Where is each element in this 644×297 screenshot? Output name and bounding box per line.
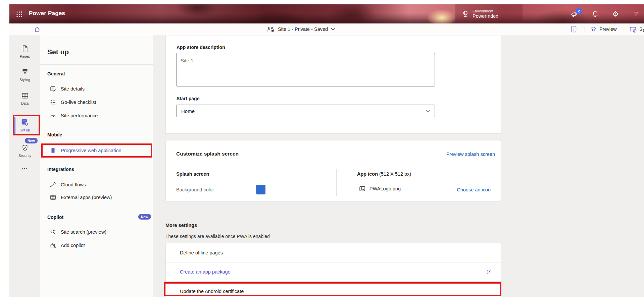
flow-icon bbox=[50, 181, 56, 188]
toolbar-divider bbox=[585, 26, 585, 33]
app-launcher-waffle-icon[interactable] bbox=[14, 9, 24, 19]
rail-label-pages: Pages bbox=[20, 54, 30, 58]
panel-item-site-performance[interactable]: Site performance bbox=[40, 111, 151, 121]
environment-label: Environment bbox=[473, 9, 498, 13]
panel-item-cloud-flows[interactable]: Cloud flows bbox=[40, 180, 151, 190]
splash-screen-heading: Splash screen bbox=[176, 171, 209, 177]
panel-item-label: Site search (preview) bbox=[61, 229, 106, 235]
chevron-down-icon bbox=[426, 110, 430, 113]
row-label: Update the Android certificate bbox=[180, 289, 244, 294]
home-icon bbox=[34, 26, 41, 33]
column-divider bbox=[336, 169, 337, 196]
row-create-app-package[interactable]: Create an app package bbox=[166, 262, 501, 282]
row-label: Define offline pages bbox=[180, 250, 223, 255]
app-icon-heading: App icon(512 X 512 px) bbox=[357, 171, 411, 177]
rail-item-data[interactable]: Data bbox=[9, 92, 40, 105]
sync-button[interactable]: Syn bbox=[629, 23, 644, 35]
sync-icon bbox=[629, 26, 637, 33]
start-page-label: Start page bbox=[177, 96, 199, 101]
open-external-icon bbox=[486, 269, 492, 275]
app-title: Power Pages bbox=[29, 10, 65, 17]
environment-picker[interactable]: Environment PowerIndex bbox=[461, 4, 498, 23]
security-new-badge: New bbox=[25, 138, 38, 143]
pwa-settings-content: App store description Start page Home Cu… bbox=[153, 35, 644, 297]
pages-icon bbox=[21, 45, 29, 53]
shield-check-icon bbox=[21, 144, 29, 152]
app-header: Power Pages Environment PowerIndex 2 bbox=[9, 4, 644, 23]
panel-item-external-apps[interactable]: External apps (preview) bbox=[40, 192, 151, 202]
row-define-offline-pages[interactable]: Define offline pages bbox=[166, 243, 501, 262]
left-navigation-rail: Pages Styling Data bbox=[9, 35, 40, 297]
people-lock-icon bbox=[266, 26, 275, 33]
site-details-icon bbox=[50, 85, 56, 92]
preview-label: Preview bbox=[599, 26, 617, 32]
splash-screen-card: Customize splash screen Preview splash s… bbox=[165, 140, 501, 201]
info-icon bbox=[571, 25, 577, 33]
rail-item-pages[interactable]: Pages bbox=[9, 45, 40, 58]
background-color-label: Background color bbox=[176, 187, 214, 192]
panel-item-site-details[interactable]: Site details bbox=[40, 84, 151, 94]
section-heading-copilot-label: Copilot bbox=[47, 215, 63, 220]
start-page-select[interactable]: Home bbox=[176, 105, 435, 117]
preview-splash-screen-link[interactable]: Preview splash screen bbox=[446, 152, 495, 157]
settings-button[interactable]: ⚙ bbox=[609, 4, 622, 23]
set-up-panel: Set up General Site details Go-live chec… bbox=[40, 35, 153, 297]
environment-icon bbox=[461, 10, 469, 18]
app-icon-filename: PWALogo.png bbox=[369, 186, 401, 191]
panel-item-label: Site details bbox=[61, 86, 85, 92]
notifications-button[interactable] bbox=[589, 4, 601, 23]
paint-brush-icon bbox=[21, 68, 29, 76]
sync-label: Syn bbox=[639, 26, 644, 32]
search-sparkle-icon bbox=[50, 229, 56, 235]
section-heading-copilot: Copilot bbox=[47, 214, 63, 221]
rail-label-data: Data bbox=[21, 101, 29, 105]
mobile-phone-icon bbox=[50, 147, 56, 154]
splash-card-title: Customize splash screen bbox=[176, 151, 239, 157]
app-icon-file: PWALogo.png bbox=[359, 185, 401, 192]
notifications-count-badge: 2 bbox=[576, 8, 582, 14]
start-page-value: Home bbox=[181, 108, 195, 114]
data-table-icon bbox=[21, 92, 29, 100]
site-status-menu[interactable]: Site 1 - Private - Saved bbox=[266, 23, 335, 35]
background-color-swatch[interactable] bbox=[256, 185, 265, 194]
gauge-icon bbox=[50, 112, 56, 119]
power-pages-window: Power Pages Environment PowerIndex 2 bbox=[0, 0, 644, 297]
rail-item-set-up[interactable]: Set up bbox=[9, 118, 40, 132]
panel-item-label: Site performance bbox=[61, 113, 98, 118]
preview-button[interactable]: Preview bbox=[590, 23, 617, 35]
rail-item-security[interactable]: Security bbox=[9, 144, 40, 158]
section-heading-general: General bbox=[47, 70, 65, 77]
rail-item-styling[interactable]: Styling bbox=[9, 68, 40, 82]
checklist-icon bbox=[50, 99, 56, 106]
panel-item-add-copilot[interactable]: Add copilot bbox=[40, 240, 151, 250]
panel-item-site-search[interactable]: Site search (preview) bbox=[40, 227, 151, 237]
chevron-down-icon bbox=[331, 28, 335, 31]
row-update-android-certificate[interactable]: Update the Android certificate bbox=[166, 282, 501, 297]
rail-label-security: Security bbox=[18, 154, 31, 158]
set-up-icon bbox=[20, 118, 29, 127]
rail-more-button[interactable]: ··· bbox=[9, 165, 40, 172]
app-store-description-input[interactable] bbox=[176, 53, 435, 86]
home-button[interactable] bbox=[32, 25, 42, 34]
panel-title: Set up bbox=[47, 48, 69, 56]
app-store-description-label: App store description bbox=[177, 45, 225, 50]
more-settings-heading: More settings bbox=[165, 223, 197, 228]
more-settings-list: Define offline pages Create an app packa… bbox=[165, 243, 501, 297]
site-info-button[interactable] bbox=[571, 23, 577, 35]
apps-grid-icon bbox=[50, 194, 56, 201]
panel-item-progressive-web-application[interactable]: Progressive web application bbox=[40, 145, 151, 156]
image-icon bbox=[359, 185, 366, 192]
eye-preview-icon bbox=[590, 26, 597, 33]
panel-item-label: Progressive web application bbox=[61, 148, 121, 153]
panel-divider bbox=[40, 64, 153, 65]
choose-an-icon-link[interactable]: Choose an icon bbox=[457, 187, 491, 192]
rail-label-styling: Styling bbox=[19, 78, 30, 82]
help-button[interactable]: ? bbox=[630, 4, 642, 23]
question-mark-icon: ? bbox=[634, 10, 638, 18]
panel-item-label: External apps (preview) bbox=[61, 195, 112, 200]
create-app-package-link[interactable]: Create an app package bbox=[180, 269, 231, 275]
environment-name: PowerIndex bbox=[473, 13, 498, 19]
site-toolbar: Site 1 - Private - Saved Preview bbox=[9, 23, 644, 35]
panel-item-label: Add copilot bbox=[61, 243, 85, 248]
panel-item-go-live-checklist[interactable]: Go-live checklist bbox=[40, 97, 151, 107]
